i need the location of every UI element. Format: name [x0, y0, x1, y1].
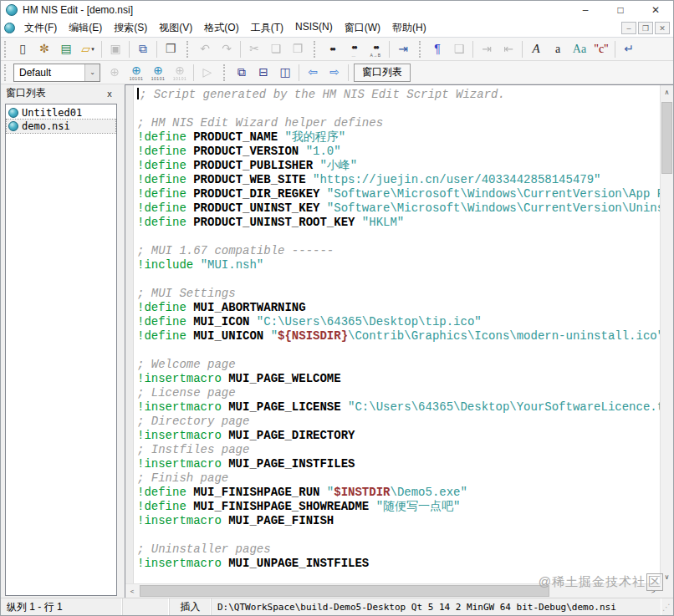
line-wrap-button[interactable]: ↵	[619, 39, 639, 59]
panel-close-icon[interactable]: x	[104, 88, 115, 99]
code-line: !insertmacro MUI_UNPAGE_INSTFILES	[137, 557, 660, 571]
code-identifier: PRODUCT_VERSION	[193, 145, 305, 158]
status-insert-mode: 插入	[170, 598, 212, 615]
window-list-item[interactable]: demo.nsi	[7, 120, 115, 133]
mdi-minimize-button[interactable]: –	[621, 22, 636, 34]
code-editor[interactable]: ; Script generated by the HM NIS Edit Sc…	[125, 85, 660, 583]
code-keyword: !insertmacro	[137, 457, 228, 471]
menu-item-5[interactable]: 格式(O)	[198, 19, 244, 37]
code-line: !define PRODUCT_UNINST_ROOT_KEY "HKLM"	[137, 216, 660, 230]
save-button: ▣	[105, 39, 125, 59]
cascade-windows-button[interactable]: ⧉	[232, 63, 252, 83]
toolbar-grip[interactable]	[223, 64, 227, 81]
code-string: "MUI.nsh"	[201, 258, 264, 272]
script-wizard-button[interactable]: ✼	[34, 39, 54, 59]
code-line: !define PRODUCT_WEB_SITE "https://juejin…	[137, 173, 660, 187]
next-window-button[interactable]: ⇨	[324, 63, 345, 83]
vertical-scroll-thumb[interactable]	[661, 102, 672, 174]
indent-button: ⇥	[477, 39, 497, 59]
code-line	[137, 344, 660, 358]
print-button[interactable]: ❒	[161, 39, 181, 59]
find-next-button[interactable]: ●●…	[344, 39, 364, 59]
compile-run-icon: ⊕	[153, 64, 163, 77]
toolbar-band: ¶❑⇥⇤AaAa"c"↵	[417, 38, 643, 60]
code-string: "	[327, 486, 334, 499]
minimize-button[interactable]: –	[568, 1, 603, 19]
window-list-panel: 窗口列表 x Untitled01demo.nsi	[1, 84, 120, 598]
toolbar-separator	[615, 41, 615, 58]
code-keyword: !define	[137, 187, 193, 201]
menu-item-2[interactable]: 编辑(E)	[63, 19, 108, 37]
status-bar: 纵列 1 - 行 1 插入 D:\QTWorkSpace\build-Demo5…	[1, 598, 673, 615]
vertical-scrollbar[interactable]: ∧ ∨	[660, 85, 673, 583]
resize-grip[interactable]: ⋰	[661, 603, 673, 612]
code-keyword: !define	[137, 329, 193, 343]
code-string: "Software\Microsoft\Windows\CurrentVersi…	[327, 187, 660, 201]
toolbar-grip[interactable]	[419, 41, 423, 58]
toolbar-grip[interactable]	[314, 41, 318, 58]
code-identifier: MUI_UNPAGE_INSTFILES	[228, 557, 369, 570]
code-identifier: MUI_PAGE_LICENSE	[228, 400, 348, 414]
maximize-button[interactable]: □	[603, 1, 638, 19]
code-string: "C:\Users\64365\Desktop\YourSoftwareLice…	[348, 400, 660, 414]
compiler-settings-icon: ⊕	[110, 66, 120, 79]
compile-run-button[interactable]: ⊕10101	[148, 63, 168, 83]
compile-button[interactable]: ⊕10101	[126, 63, 146, 83]
save-all-button[interactable]: ⧉	[133, 39, 153, 59]
menu-item-7[interactable]: NSIS(N)	[289, 19, 339, 37]
open-file-button[interactable]: ▱▾	[78, 39, 98, 59]
text-cursor	[137, 88, 139, 99]
menu-item-8[interactable]: 窗口(W)	[339, 19, 386, 37]
watermark-text: @稀土掘金技术社	[539, 574, 646, 590]
window-list-panel-header: 窗口列表 x	[1, 84, 120, 102]
dropdown-arrow-icon[interactable]: ▾	[91, 46, 94, 53]
menu-item-4[interactable]: 视图(V)	[153, 19, 198, 37]
code-identifier: MUI_UNICON	[193, 329, 270, 343]
tile-vertical-button[interactable]: ◫	[275, 63, 295, 83]
script-file-icon	[8, 108, 18, 118]
menu-item-1[interactable]: 文件(F)	[18, 19, 63, 37]
new-script-button[interactable]: ▤	[56, 39, 76, 59]
close-button[interactable]: ✕	[638, 1, 673, 19]
code-identifier: PRODUCT_NAME	[193, 130, 284, 144]
code-identifier: PRODUCT_DIR_REGKEY	[193, 187, 327, 201]
window-list-item[interactable]: Untitled01	[7, 106, 115, 120]
uppercase-button[interactable]: A	[526, 39, 546, 59]
menu-item-3[interactable]: 搜索(S)	[108, 19, 153, 37]
icon-sub-label: A→B	[370, 53, 380, 58]
chevron-down-icon[interactable]: ⌄	[84, 64, 100, 81]
toolbar-band: ↶↷✂❏❐	[185, 38, 312, 60]
show-whitespace-button[interactable]: ¶	[427, 39, 447, 59]
togglecase-button[interactable]: Aa	[569, 39, 590, 59]
toolbar-grip[interactable]	[4, 41, 8, 58]
lowercase-button[interactable]: a	[548, 39, 568, 59]
goto-line-icon: ⇥	[398, 43, 408, 55]
window-list-button[interactable]: 窗口列表	[354, 64, 411, 82]
tile-horizontal-button[interactable]: ⊟	[253, 63, 273, 83]
goto-line-button[interactable]: ⇥	[393, 39, 413, 59]
previous-window-button[interactable]: ⇦	[303, 63, 323, 83]
menu-item-6[interactable]: 工具(T)	[245, 19, 289, 37]
new-file-button[interactable]: ▯	[13, 39, 33, 59]
toolbar-standard: ▯✼▤▱▾▣⧉❒↶↷✂❏❐●●●●…●●A→B⇥¶❑⇥⇤AaAa"c"↵	[1, 38, 673, 61]
replace-button[interactable]: ●●A→B	[365, 39, 386, 59]
code-identifier: MUI_FINISHPAGE_SHOWREADME	[193, 500, 375, 513]
mdi-close-button[interactable]: ✕	[655, 22, 670, 34]
scroll-up-icon[interactable]: ∧	[661, 85, 673, 99]
code-line: ; Welcome page	[137, 358, 660, 372]
toolbar-grip[interactable]	[4, 64, 8, 81]
status-blank-cell	[123, 598, 170, 615]
horizontal-scroll-thumb[interactable]	[140, 585, 549, 597]
find-button[interactable]: ●●	[322, 39, 342, 59]
menu-item-9[interactable]: 帮助(H)	[386, 19, 432, 37]
scroll-left-icon[interactable]: <	[125, 584, 139, 598]
redo-button: ↷	[217, 39, 237, 59]
mdi-restore-button[interactable]: ❐	[638, 22, 653, 34]
quote-selection-button[interactable]: "c"	[591, 39, 611, 59]
toolbar-grip[interactable]	[186, 41, 191, 58]
syntax-scheme-select[interactable]: Default⌄	[13, 64, 100, 82]
code-line: !define PRODUCT_UNINST_KEY "Software\Mic…	[137, 201, 660, 216]
indent-icon: ⇥	[482, 43, 492, 55]
window-title: HM NIS Edit - [demo.nsi]	[23, 4, 133, 16]
document-icon	[4, 23, 15, 33]
